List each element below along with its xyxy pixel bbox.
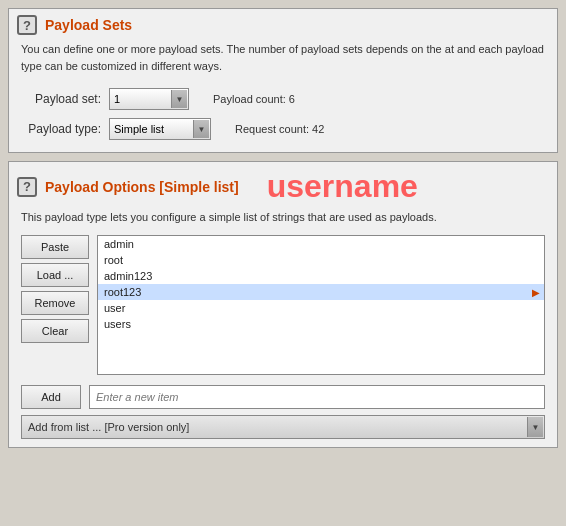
payload-options-title: Payload Options [Simple list] <box>45 179 239 195</box>
add-from-list-row: Add from list ... [Pro version only] ▼ <box>9 415 557 447</box>
payload-options-panel: ? Payload Options [Simple list] username… <box>8 161 558 448</box>
payload-set-row: Payload set: 1 2 3 ▼ Payload count: 6 <box>9 84 557 114</box>
load-button[interactable]: Load ... <box>21 263 89 287</box>
action-buttons: Paste Load ... Remove Clear <box>21 235 89 375</box>
add-item-row: Add <box>9 379 557 415</box>
payload-sets-title: Payload Sets <box>45 17 132 33</box>
add-from-list-select[interactable]: Add from list ... [Pro version only] <box>21 415 545 439</box>
selected-arrow-icon: ▶ <box>532 287 540 298</box>
payload-set-select[interactable]: 1 2 3 <box>109 88 189 110</box>
payload-sets-header: ? Payload Sets <box>9 9 557 41</box>
clear-button[interactable]: Clear <box>21 319 89 343</box>
payload-content-area: Paste Load ... Remove Clear admin root a… <box>9 231 557 379</box>
help-icon[interactable]: ? <box>17 15 37 35</box>
paste-button[interactable]: Paste <box>21 235 89 259</box>
payload-options-header: ? Payload Options [Simple list] username <box>9 162 557 211</box>
list-item[interactable]: root123 ▶ <box>98 284 544 300</box>
payload-count-label: Payload count: 6 <box>213 93 295 105</box>
add-button[interactable]: Add <box>21 385 81 409</box>
payload-type-select-wrapper: Simple list Runtime file Custom iterator… <box>109 118 211 140</box>
list-item[interactable]: user <box>98 300 544 316</box>
payload-sets-description: You can define one or more payload sets.… <box>9 41 557 84</box>
payload-options-description: This payload type lets you configure a s… <box>9 211 557 231</box>
remove-button[interactable]: Remove <box>21 291 89 315</box>
add-from-list-select-wrapper: Add from list ... [Pro version only] ▼ <box>21 415 545 439</box>
payload-set-select-wrapper: 1 2 3 ▼ <box>109 88 189 110</box>
payload-type-label: Payload type: <box>21 122 101 136</box>
list-item[interactable]: users <box>98 316 544 332</box>
payload-type-select[interactable]: Simple list Runtime file Custom iterator <box>109 118 211 140</box>
payload-sets-panel: ? Payload Sets You can define one or mor… <box>8 8 558 153</box>
username-watermark: username <box>267 168 418 205</box>
add-item-input[interactable] <box>89 385 545 409</box>
list-item[interactable]: root <box>98 252 544 268</box>
payload-options-help-icon[interactable]: ? <box>17 177 37 197</box>
payload-type-row: Payload type: Simple list Runtime file C… <box>9 114 557 144</box>
request-count-label: Request count: 42 <box>235 123 324 135</box>
payload-set-label: Payload set: <box>21 92 101 106</box>
payload-list: admin root admin123 root123 ▶ user users <box>97 235 545 375</box>
list-item[interactable]: admin <box>98 236 544 252</box>
list-item[interactable]: admin123 <box>98 268 544 284</box>
